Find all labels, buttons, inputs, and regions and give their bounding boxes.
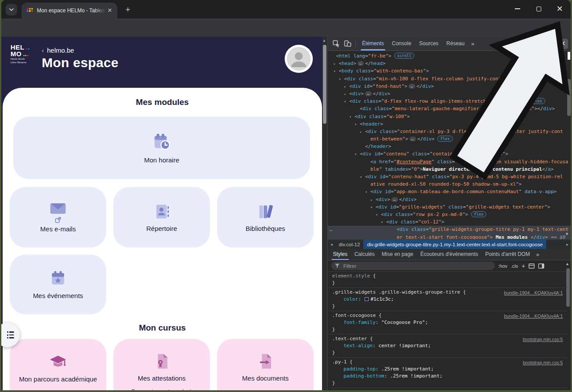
property-value[interactable]: "Cocogoose Pro"; [381,320,428,325]
dom-tree-line[interactable]: ative rounded-xl-50 rounded-top-50 shado… [328,180,571,188]
settings-gear-icon[interactable]: ⚙ [538,40,543,47]
breadcrumb-item[interactable]: div.col-12 [335,240,363,249]
tab-dom-breakpoints[interactable]: Points d'arrêt DOM [481,249,533,260]
back-to-helmo-link[interactable]: ‹helmo.be [42,47,74,54]
collapse-arrow-icon[interactable]: ▾ [349,113,355,120]
css-rule[interactable]: .my-1 {bootstrap.min.css:5 [328,388,567,390]
dom-tree-line[interactable]: ▸<div>…</div> [328,90,571,97]
dom-tree-line[interactable]: ent-between">…</div>flex [328,135,571,143]
tab-console[interactable]: Console [388,37,415,50]
property-value[interactable]: .25rem !important; [381,366,434,372]
more-tabs-button[interactable]: » [468,40,477,47]
style-filter-field[interactable] [331,262,495,270]
error-count[interactable]: 1 [510,41,513,47]
tile-mes-documents[interactable]: Mes documents [217,339,314,390]
dom-tree-line[interactable]: ▾<div class="min-vh-100 d-flex flex-colu… [328,75,571,83]
dom-tree-line[interactable]: ▾<div class="row px-2 px-md-0">flex [328,211,571,218]
dom-tree-line[interactable]: ▾<div id="contenu-haut" class="px-3 py-4… [328,173,571,180]
tab-layout[interactable]: Mise en page [378,249,417,260]
collapsed-children-ellipsis[interactable]: … [409,84,415,89]
breadcrumb-item-selected[interactable]: div.grille-widgets-groupe-titre.py-1.my-… [363,240,546,249]
property-name[interactable]: padding-top [344,366,376,372]
more-panes-button[interactable]: » [533,251,542,258]
browser-tab[interactable]: Mon espace HELMo - Tableau d ✕ [22,3,117,18]
scroll-up-arrow-icon[interactable]: ▲ [565,262,569,266]
collapse-arrow-icon[interactable]: ▾ [333,68,339,75]
collapse-arrow-icon[interactable]: ▾ [365,188,370,195]
rule-selector[interactable]: .font-cocogoose [332,313,376,318]
new-style-rule-button[interactable]: + [521,263,525,270]
collapse-arrow-icon[interactable]: ▾ [370,204,376,211]
tab-elements[interactable]: Éléments [358,37,388,50]
property-value[interactable]: #1c1c3c; [370,296,394,302]
collapse-arrow-icon[interactable]: ▾ [376,211,381,218]
dom-tree-line[interactable]: ▸<head>…</head> [328,60,571,67]
dom-tree-line[interactable]: ▸<div>…</div> [328,196,571,203]
stylesheet-source-link[interactable]: bundle-1904…KQAKIuv4A:1 [504,313,563,320]
collapse-arrow-icon[interactable]: ▾ [344,98,349,105]
scroll-up-arrow-icon[interactable]: ▲ [322,39,326,43]
rule-selector[interactable]: .my-1 [332,389,347,390]
css-rule[interactable]: .text-center {text-align: center !import… [328,334,567,358]
collapse-arrow-icon[interactable]: ▾ [355,151,360,158]
rule-selector[interactable]: .grille-widgets .grille-widgets-groupe-t… [332,289,460,295]
extension-sync-icon[interactable] [525,40,534,48]
tile-bibliotheques[interactable]: Bibliothèques [217,187,314,248]
collapse-arrow-icon[interactable]: ▾ [339,76,344,83]
rule-selector[interactable]: .text-center [332,336,367,342]
breadcrumb-right-arrow[interactable]: ▸ [564,242,571,247]
toggle-pseudo-state-button[interactable]: :hov [498,263,507,269]
devtools-close-button[interactable]: ✕ [558,39,568,49]
expand-arrow-icon[interactable]: ▸ [344,90,349,97]
dom-tree-line-selected[interactable]: er text-xl-start font-cocogoose"> Mes mo… [328,234,571,240]
dom-tree-line[interactable]: ble" tabindex="0">Naviguer directement a… [328,165,571,173]
css-property[interactable]: text-align: center !important; [332,342,563,349]
tab-sources[interactable]: Sources [415,37,442,50]
property-value[interactable]: .25rem !important; [390,373,442,379]
tab-search-button[interactable] [6,4,17,15]
minimize-button[interactable] [510,3,525,15]
dom-tree-line[interactable]: </header> [328,143,571,150]
tab-network[interactable]: Réseau [442,37,468,50]
collapse-arrow-icon[interactable]: ▾ [360,173,365,180]
tab-close-button[interactable]: ✕ [106,7,114,14]
tile-mon-horaire[interactable]: Mon horaire [13,117,310,179]
dom-tree-line[interactable]: <a href="#contenuPage" class="visually-h… [328,158,571,165]
tile-parcours-academique[interactable]: Mon parcours académique [10,339,106,390]
property-name[interactable]: text-align [344,343,373,349]
dom-tree-line[interactable]: ▾<body class="with-contenu-bas"> [328,67,571,75]
stylesheet-source-link[interactable]: bootstrap.min.css:5 [523,389,563,390]
expand-arrow-icon[interactable]: ▸ [344,83,349,90]
expand-arrow-icon[interactable]: ▸ [370,196,376,203]
breadcrumb-left-arrow[interactable]: ◂ [328,242,335,247]
dom-tree-scrollbar-thumb[interactable] [567,79,571,116]
dom-tree-line[interactable]: <html lang="fr-be">scroll [328,52,571,60]
css-rule[interactable]: .py-1 {padding-top: .25rem !important;pa… [328,358,567,388]
css-property[interactable]: font-family: "Cocogoose Pro"; [332,319,563,326]
dom-tree-line[interactable]: ▾<div id="grille-widgets" class="grille-… [328,203,571,211]
dom-tree-line[interactable]: <div class="menu-lateral-gauche-magnifie… [328,105,571,112]
page-scrollbar-thumb[interactable] [323,45,326,124]
color-swatch[interactable] [365,297,369,301]
tile-mes-attestations[interactable]: Mes attestations Progressivement remplac… [113,339,210,390]
page-scrollbar[interactable]: ▲ [322,37,327,390]
maximize-button[interactable] [531,3,546,15]
css-rule[interactable]: element.style {} [328,272,567,288]
property-name[interactable]: font-family [344,320,376,325]
rule-selector[interactable]: .py-1 [332,359,347,365]
stylesheet-source-link[interactable]: bootstrap.min.css:5 [523,359,563,366]
css-property[interactable]: padding-top: .25rem !important; [332,366,563,373]
dock-side-icon[interactable] [538,263,544,269]
dom-tree-line-selected[interactable]: …<div class="grille-widgets-groupe-titre… [328,226,571,233]
css-property[interactable]: color: #1c1c3c; [332,296,563,303]
devtools-menu-icon[interactable]: ⋮ [547,40,554,47]
helmo-logo[interactable]: HEL MO Haute Ecole Libre Mosane [11,44,29,64]
dom-tree-line[interactable]: ▾<div id="app-mon-tableau-de-bord-commun… [328,188,571,195]
tile-mes-emails[interactable]: Mes e-mails [10,187,106,248]
dom-tree-line[interactable]: ▾<div class="d-flex flex-row align-items… [328,97,571,105]
device-toolbar-button[interactable] [342,39,353,49]
css-property[interactable]: padding-bottom: .25rem !important; [332,373,563,380]
dom-tree-line[interactable]: ▾<header> [328,120,571,128]
tile-repertoire[interactable]: Répertoire [113,187,210,248]
tab-styles[interactable]: Styles [329,249,351,260]
